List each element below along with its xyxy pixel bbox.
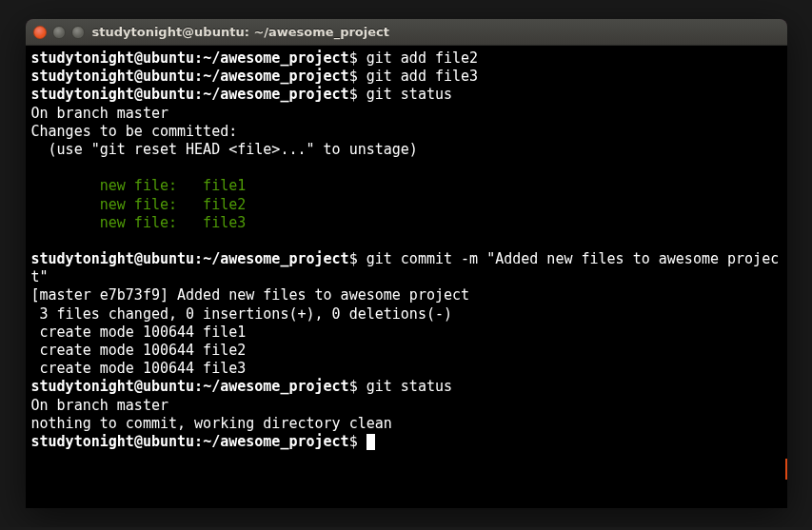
out-create-1: create mode 100644 file1 — [31, 324, 247, 341]
prompt-colon: : — [194, 49, 203, 67]
prompt-user: studytonight — [31, 68, 134, 85]
prompt-at: @ — [134, 378, 143, 395]
cmd-git-status-2: git status — [366, 378, 452, 395]
prompt-dollar: $ — [349, 433, 358, 450]
prompt-dollar: $ — [349, 68, 358, 85]
prompt-colon: : — [194, 86, 203, 103]
prompt-host: ubuntu — [143, 433, 194, 450]
prompt-path: ~/awesome_project — [203, 378, 349, 395]
out-commit-summary: [master e7b73f9] Added new files to awes… — [31, 286, 470, 304]
maximize-icon[interactable] — [71, 26, 85, 39]
out-new-file-2: new file: file2 — [31, 196, 247, 213]
prompt-user: studytonight — [31, 49, 134, 67]
prompt-path: ~/awesome_project — [203, 250, 349, 267]
terminal-viewport[interactable]: studytonight@ubuntu:~/awesome_project$ g… — [26, 46, 787, 508]
prompt-user: studytonight — [31, 86, 134, 103]
out-clean: nothing to commit, working directory cle… — [31, 415, 392, 432]
terminal-window: studytonight@ubuntu: ~/awesome_project s… — [26, 19, 787, 508]
window-title: studytonight@ubuntu: ~/awesome_project — [92, 25, 390, 39]
prompt-at: @ — [134, 433, 143, 450]
prompt-host: ubuntu — [143, 49, 194, 67]
cmd-git-add-file3: git add file3 — [366, 68, 478, 85]
close-icon[interactable] — [33, 26, 47, 39]
prompt-colon: : — [194, 433, 203, 450]
prompt-at: @ — [134, 86, 143, 103]
cursor-icon — [366, 434, 375, 450]
prompt-user: studytonight — [31, 250, 134, 267]
out-branch-2: On branch master — [31, 397, 169, 414]
prompt-at: @ — [134, 250, 143, 267]
prompt-host: ubuntu — [143, 68, 194, 85]
out-branch-1: On branch master — [31, 105, 169, 122]
prompt-at: @ — [134, 49, 143, 67]
titlebar[interactable]: studytonight@ubuntu: ~/awesome_project — [26, 19, 787, 46]
prompt-dollar: $ — [349, 378, 358, 395]
out-create-2: create mode 100644 file2 — [31, 342, 247, 359]
prompt-dollar: $ — [349, 49, 358, 67]
prompt-user: studytonight — [31, 378, 134, 395]
prompt-host: ubuntu — [143, 86, 194, 103]
out-commit-stats: 3 files changed, 0 insertions(+), 0 dele… — [31, 305, 453, 323]
prompt-colon: : — [194, 250, 203, 267]
prompt-path: ~/awesome_project — [203, 433, 349, 450]
window-controls — [33, 26, 85, 39]
prompt-path: ~/awesome_project — [203, 49, 349, 67]
out-changes-hdr: Changes to be committed: — [31, 123, 238, 140]
out-new-file-1: new file: file1 — [31, 177, 247, 194]
cmd-git-add-file2: git add file2 — [366, 49, 478, 67]
prompt-colon: : — [194, 378, 203, 395]
caret-indicator-icon — [785, 459, 787, 480]
prompt-host: ubuntu — [143, 250, 194, 267]
prompt-dollar: $ — [349, 86, 358, 103]
prompt-at: @ — [134, 68, 143, 85]
cmd-git-status-1: git status — [366, 86, 452, 103]
prompt-path: ~/awesome_project — [203, 86, 349, 103]
out-create-3: create mode 100644 file3 — [31, 360, 247, 377]
prompt-host: ubuntu — [143, 378, 194, 395]
prompt-user: studytonight — [31, 433, 134, 450]
out-unstage-hint: (use "git reset HEAD <file>..." to unsta… — [31, 141, 418, 158]
prompt-dollar: $ — [349, 250, 358, 267]
out-new-file-3: new file: file3 — [31, 214, 247, 231]
prompt-colon: : — [194, 68, 203, 85]
minimize-icon[interactable] — [52, 26, 66, 39]
prompt-path: ~/awesome_project — [203, 68, 349, 85]
